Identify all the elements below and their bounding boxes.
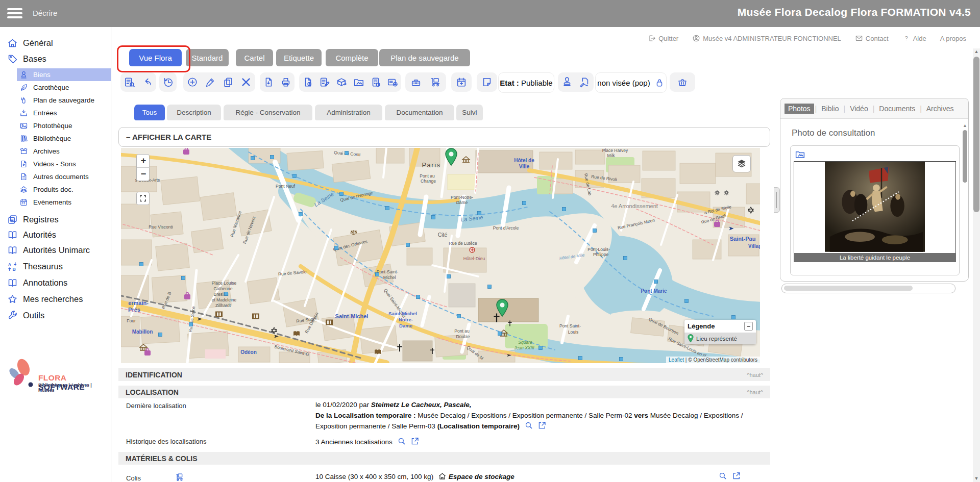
calculator-button[interactable] (367, 73, 384, 91)
folder-image-button[interactable] (350, 73, 367, 91)
map-vertex-handle[interactable] (488, 285, 492, 289)
media-tab-documents[interactable]: Documents (875, 104, 919, 114)
map-vertex-handle[interactable] (539, 346, 543, 350)
legend-collapse-button[interactable]: − (744, 322, 753, 331)
map-vertex-handle[interactable] (189, 323, 193, 326)
trolley-icon[interactable] (175, 472, 184, 482)
media-tab-vidéo[interactable]: Vidéo (846, 104, 872, 114)
header-link-contact[interactable]: Contact (855, 34, 889, 42)
media-tab-biblio[interactable]: Biblio (818, 104, 842, 114)
map-vertex-handle[interactable] (432, 216, 435, 219)
sidebar-item-produits-doc-[interactable]: Produits doc. (0, 183, 111, 196)
map-vertex-handle[interactable] (478, 212, 481, 215)
map-vertex-handle[interactable] (340, 192, 344, 196)
top-link[interactable]: ^haut^ (747, 372, 763, 378)
map-vertex-handle[interactable] (624, 257, 627, 260)
history-button[interactable] (160, 73, 177, 91)
sidebar-item-biblioth-que[interactable]: Bibliothèque (0, 132, 111, 145)
header-link-quitter[interactable]: Quitter (648, 34, 678, 42)
print-button[interactable] (277, 73, 294, 91)
map-vertex-handle[interactable] (271, 156, 274, 159)
sidebar-item-archives[interactable]: Archives (0, 145, 111, 158)
map-vertex-handle[interactable] (182, 276, 185, 280)
map-toggle-bar[interactable]: – AFFICHER LA CARTE (118, 127, 770, 147)
card-add-button[interactable] (384, 73, 401, 91)
toolbox-button[interactable] (408, 73, 425, 91)
attach-button[interactable] (299, 73, 316, 91)
leaflet-map[interactable]: s Beaux-ArtsRue ViscontiRue MazarineRue … (121, 148, 760, 363)
panel-resize-handle[interactable] (774, 187, 780, 213)
open-window-icon[interactable] (410, 437, 420, 449)
map-vertex-handle[interactable] (299, 213, 303, 216)
note-button[interactable] (479, 73, 496, 91)
scroll-down-arrow[interactable]: ▼ (973, 475, 980, 482)
map-vertex-handle[interactable] (345, 151, 349, 155)
add-button[interactable] (184, 73, 201, 91)
fullscreen-button[interactable] (136, 192, 150, 205)
search-icon[interactable] (397, 437, 406, 449)
delete-button[interactable] (237, 73, 254, 91)
header-link-mus-e-v4-administrateur-fonctionnel[interactable]: Musée v4 ADMINISTRATEUR FONCTIONNEL (692, 34, 841, 42)
sign-button[interactable] (576, 73, 593, 91)
sidebar-item-autorit-s-unimarc[interactable]: Autorités Unimarc (0, 243, 111, 257)
sidebar-item-plan-de-sauvegarde[interactable]: Plan de sauvegarde (0, 94, 111, 107)
sidebar-item-annotations[interactable]: Annotations (0, 276, 111, 289)
map-vertex-handle[interactable] (251, 157, 255, 160)
section-materiels-colis[interactable]: MATÉRIELS & COLIS (118, 452, 770, 465)
section-identification[interactable]: IDENTIFICATION ^haut^ (118, 368, 770, 381)
sidebar-item-biens[interactable]: Biens (17, 68, 111, 81)
trolley-button[interactable] (427, 73, 444, 91)
map-vertex-handle[interactable] (416, 295, 420, 299)
map-vertex-handle[interactable] (732, 316, 736, 319)
scroll-thumb[interactable] (973, 57, 979, 212)
sidebar-item-g-n-ral[interactable]: Général (0, 36, 111, 49)
back-button[interactable] (139, 73, 156, 91)
results-list-button[interactable] (121, 73, 138, 91)
map-vertex-handle[interactable] (457, 315, 461, 318)
record-tab-suivi[interactable]: Suivi (456, 105, 483, 120)
search-icon[interactable] (718, 471, 727, 482)
map-vertex-handle[interactable] (376, 273, 379, 276)
form-edit-button[interactable] (316, 73, 333, 91)
sidebar-item-phototh-que[interactable]: Photothèque (0, 119, 111, 132)
map-vertex-handle[interactable] (140, 263, 143, 266)
map-vertex-handle[interactable] (386, 207, 389, 210)
export-page-button[interactable] (260, 73, 277, 91)
sidebar-item-ev-nements[interactable]: Evènements (0, 196, 111, 209)
map-vertex-handle[interactable] (523, 201, 526, 205)
sidebar-item-mes-recherches[interactable]: Mes recherches (0, 292, 111, 306)
page-scrollbar[interactable]: ▲ ▼ (973, 48, 980, 482)
map-vertex-handle[interactable] (685, 299, 689, 303)
copy-button[interactable] (219, 73, 236, 91)
sidebar-item-outils[interactable]: Outils (0, 309, 111, 322)
map-vertex-handle[interactable] (447, 275, 451, 278)
view-tab-standard[interactable]: Standard (186, 49, 229, 66)
map-vertex-handle[interactable] (406, 243, 410, 247)
stamp-button[interactable] (558, 73, 575, 91)
basket-button[interactable] (674, 73, 691, 91)
record-tab-r-gie-conservation[interactable]: Régie - Conservation (224, 105, 312, 120)
sidebar-item-caroth-que[interactable]: Carothèque (0, 81, 111, 94)
header-link-aide[interactable]: Aide (902, 34, 926, 42)
view-tab-cartel[interactable]: Cartel (236, 49, 273, 66)
scroll-up-arrow[interactable]: ▲ (973, 48, 980, 55)
map-vertex-handle[interactable] (579, 357, 582, 360)
sidebar-item-registres[interactable]: Registres (0, 213, 111, 226)
sidebar-item-bases[interactable]: Bases (0, 52, 111, 65)
record-tab-documentation[interactable]: Documentation (385, 105, 454, 120)
sidebar-item-autorit-s[interactable]: Autorités (0, 228, 111, 241)
collapsed-panel[interactable] (781, 284, 955, 293)
media-tab-archives[interactable]: Archives (923, 104, 958, 114)
record-tab-tous[interactable]: Tous (134, 105, 165, 120)
top-link[interactable]: ^haut^ (747, 389, 763, 395)
visa-badge[interactable]: non visée (pop) (595, 72, 667, 93)
open-window-icon[interactable] (732, 471, 741, 482)
panel-scrollbar[interactable]: ▲ (962, 123, 968, 276)
map-vertex-handle[interactable] (654, 280, 658, 284)
folder-image-icon[interactable] (795, 149, 805, 162)
map-vertex-handle[interactable] (562, 208, 566, 211)
zoom-out-button[interactable]: − (137, 168, 150, 181)
sidebar-item-vid-os-sons[interactable]: Vidéos - Sons (0, 158, 111, 170)
map-vertex-handle[interactable] (593, 229, 597, 233)
section-localisation[interactable]: LOCALISATION ^haut^ (118, 386, 770, 398)
